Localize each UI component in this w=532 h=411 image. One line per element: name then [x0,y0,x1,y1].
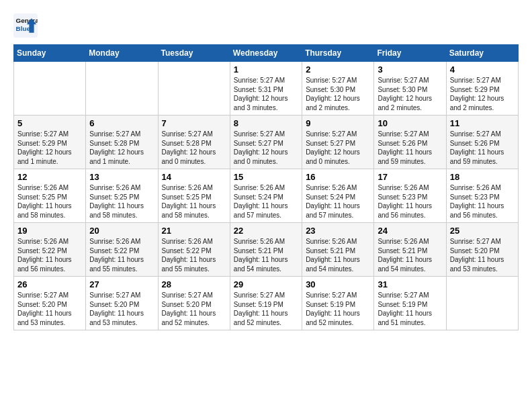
calendar-day-cell: 11Sunrise: 5:27 AM Sunset: 5:26 PM Dayli… [446,116,518,169]
day-number: 1 [234,64,298,75]
logo: General Blue [13,13,40,38]
day-info: Sunrise: 5:27 AM Sunset: 5:26 PM Dayligh… [378,130,442,166]
day-info: Sunrise: 5:27 AM Sunset: 5:31 PM Dayligh… [234,76,298,112]
day-info: Sunrise: 5:26 AM Sunset: 5:23 PM Dayligh… [378,183,442,220]
day-number: 9 [306,118,370,128]
day-info: Sunrise: 5:27 AM Sunset: 5:30 PM Dayligh… [378,76,442,112]
weekday-header-cell: Wednesday [230,45,302,62]
calendar-day-cell: 18Sunrise: 5:26 AM Sunset: 5:23 PM Dayli… [446,169,518,223]
calendar-day-cell: 13Sunrise: 5:26 AM Sunset: 5:25 PM Dayli… [86,169,158,223]
calendar-week-row: 5Sunrise: 5:27 AM Sunset: 5:29 PM Daylig… [14,116,519,169]
calendar-day-cell: 30Sunrise: 5:27 AM Sunset: 5:19 PM Dayli… [302,277,374,330]
day-number: 29 [234,279,298,289]
day-info: Sunrise: 5:27 AM Sunset: 5:28 PM Dayligh… [162,130,226,166]
day-info: Sunrise: 5:27 AM Sunset: 5:20 PM Dayligh… [17,291,82,327]
day-info: Sunrise: 5:26 AM Sunset: 5:24 PM Dayligh… [306,183,370,220]
day-number: 17 [378,172,442,182]
calendar-day-cell: 27Sunrise: 5:27 AM Sunset: 5:20 PM Dayli… [86,277,158,330]
calendar-day-cell: 28Sunrise: 5:27 AM Sunset: 5:20 PM Dayli… [158,277,230,330]
calendar-day-cell: 29Sunrise: 5:27 AM Sunset: 5:19 PM Dayli… [230,277,302,330]
day-number: 8 [234,118,298,128]
calendar-day-cell [14,62,86,116]
calendar-day-cell: 10Sunrise: 5:27 AM Sunset: 5:26 PM Dayli… [374,116,446,169]
day-number: 27 [89,279,154,289]
day-info: Sunrise: 5:27 AM Sunset: 5:19 PM Dayligh… [378,291,442,327]
calendar-day-cell: 12Sunrise: 5:26 AM Sunset: 5:25 PM Dayli… [14,169,86,223]
weekday-header-cell: Monday [86,45,158,62]
day-info: Sunrise: 5:27 AM Sunset: 5:29 PM Dayligh… [450,76,515,112]
calendar-day-cell: 20Sunrise: 5:26 AM Sunset: 5:22 PM Dayli… [86,223,158,277]
weekday-header: SundayMondayTuesdayWednesdayThursdayFrid… [14,45,519,62]
day-info: Sunrise: 5:27 AM Sunset: 5:20 PM Dayligh… [450,237,515,273]
day-info: Sunrise: 5:26 AM Sunset: 5:22 PM Dayligh… [17,237,82,273]
calendar-day-cell: 4Sunrise: 5:27 AM Sunset: 5:29 PM Daylig… [446,62,518,116]
calendar-day-cell: 15Sunrise: 5:26 AM Sunset: 5:24 PM Dayli… [230,169,302,223]
calendar-day-cell: 14Sunrise: 5:26 AM Sunset: 5:25 PM Dayli… [158,169,230,223]
day-info: Sunrise: 5:26 AM Sunset: 5:25 PM Dayligh… [162,183,226,220]
calendar-day-cell: 1Sunrise: 5:27 AM Sunset: 5:31 PM Daylig… [230,62,302,116]
page: General Blue SundayMondayTuesdayWednesda… [0,0,532,337]
day-number: 12 [17,172,82,182]
calendar-day-cell: 9Sunrise: 5:27 AM Sunset: 5:27 PM Daylig… [302,116,374,169]
day-number: 28 [162,279,226,289]
calendar-day-cell [446,277,518,330]
day-info: Sunrise: 5:27 AM Sunset: 5:19 PM Dayligh… [306,291,370,327]
day-number: 19 [17,226,82,236]
calendar-day-cell: 3Sunrise: 5:27 AM Sunset: 5:30 PM Daylig… [374,62,446,116]
day-info: Sunrise: 5:26 AM Sunset: 5:21 PM Dayligh… [234,237,298,273]
calendar-day-cell: 23Sunrise: 5:26 AM Sunset: 5:21 PM Dayli… [302,223,374,277]
day-number: 15 [234,172,298,182]
day-number: 24 [378,226,442,236]
day-number: 25 [450,226,515,236]
day-info: Sunrise: 5:26 AM Sunset: 5:23 PM Dayligh… [450,183,515,220]
calendar-day-cell: 7Sunrise: 5:27 AM Sunset: 5:28 PM Daylig… [158,116,230,169]
day-number: 21 [162,226,226,236]
svg-text:Blue: Blue [16,25,31,32]
day-info: Sunrise: 5:26 AM Sunset: 5:21 PM Dayligh… [306,237,370,273]
weekday-header-cell: Sunday [14,45,86,62]
logo-icon: General Blue [13,13,38,38]
day-number: 6 [89,118,154,128]
day-number: 4 [450,64,515,75]
weekday-header-cell: Thursday [302,45,374,62]
day-info: Sunrise: 5:26 AM Sunset: 5:25 PM Dayligh… [89,183,154,220]
day-number: 10 [378,118,442,128]
day-number: 2 [306,64,370,75]
day-info: Sunrise: 5:27 AM Sunset: 5:20 PM Dayligh… [89,291,154,327]
day-number: 13 [89,172,154,182]
day-number: 23 [306,226,370,236]
day-number: 26 [17,279,82,289]
calendar-day-cell: 5Sunrise: 5:27 AM Sunset: 5:29 PM Daylig… [14,116,86,169]
day-number: 11 [450,118,515,128]
day-number: 5 [17,118,82,128]
calendar-week-row: 12Sunrise: 5:26 AM Sunset: 5:25 PM Dayli… [14,169,519,223]
calendar-week-row: 26Sunrise: 5:27 AM Sunset: 5:20 PM Dayli… [14,277,519,330]
calendar-day-cell: 17Sunrise: 5:26 AM Sunset: 5:23 PM Dayli… [374,169,446,223]
day-info: Sunrise: 5:26 AM Sunset: 5:22 PM Dayligh… [89,237,154,273]
calendar-day-cell: 16Sunrise: 5:26 AM Sunset: 5:24 PM Dayli… [302,169,374,223]
day-number: 31 [378,279,442,289]
calendar-body: 1Sunrise: 5:27 AM Sunset: 5:31 PM Daylig… [14,62,519,330]
weekday-header-cell: Tuesday [158,45,230,62]
day-info: Sunrise: 5:27 AM Sunset: 5:20 PM Dayligh… [162,291,226,327]
calendar-day-cell [86,62,158,116]
calendar-day-cell: 31Sunrise: 5:27 AM Sunset: 5:19 PM Dayli… [374,277,446,330]
calendar-day-cell [158,62,230,116]
day-info: Sunrise: 5:26 AM Sunset: 5:25 PM Dayligh… [17,183,82,220]
day-number: 18 [450,172,515,182]
calendar-day-cell: 19Sunrise: 5:26 AM Sunset: 5:22 PM Dayli… [14,223,86,277]
day-info: Sunrise: 5:27 AM Sunset: 5:27 PM Dayligh… [306,130,370,166]
day-number: 16 [306,172,370,182]
calendar-day-cell: 24Sunrise: 5:26 AM Sunset: 5:21 PM Dayli… [374,223,446,277]
calendar-day-cell: 6Sunrise: 5:27 AM Sunset: 5:28 PM Daylig… [86,116,158,169]
day-number: 3 [378,64,442,75]
calendar-table: SundayMondayTuesdayWednesdayThursdayFrid… [13,44,519,330]
calendar-day-cell: 26Sunrise: 5:27 AM Sunset: 5:20 PM Dayli… [14,277,86,330]
calendar-day-cell: 22Sunrise: 5:26 AM Sunset: 5:21 PM Dayli… [230,223,302,277]
weekday-header-cell: Saturday [446,45,518,62]
day-number: 7 [162,118,226,128]
day-info: Sunrise: 5:26 AM Sunset: 5:22 PM Dayligh… [162,237,226,273]
day-info: Sunrise: 5:26 AM Sunset: 5:21 PM Dayligh… [378,237,442,273]
calendar-week-row: 19Sunrise: 5:26 AM Sunset: 5:22 PM Dayli… [14,223,519,277]
day-info: Sunrise: 5:27 AM Sunset: 5:27 PM Dayligh… [234,130,298,166]
